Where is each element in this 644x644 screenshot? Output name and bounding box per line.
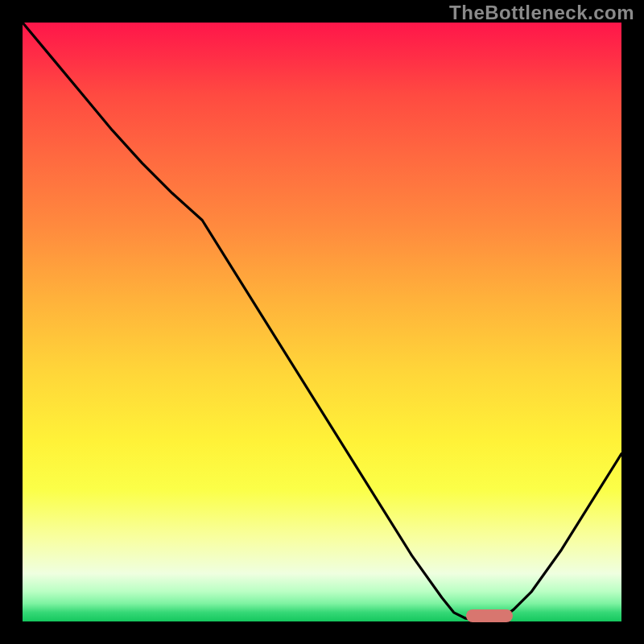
chart-container: TheBottleneck.com — [0, 0, 644, 644]
bottleneck-curve — [23, 23, 621, 621]
plot-area — [23, 23, 621, 621]
optimal-marker — [466, 609, 513, 622]
watermark-text: TheBottleneck.com — [449, 2, 634, 24]
